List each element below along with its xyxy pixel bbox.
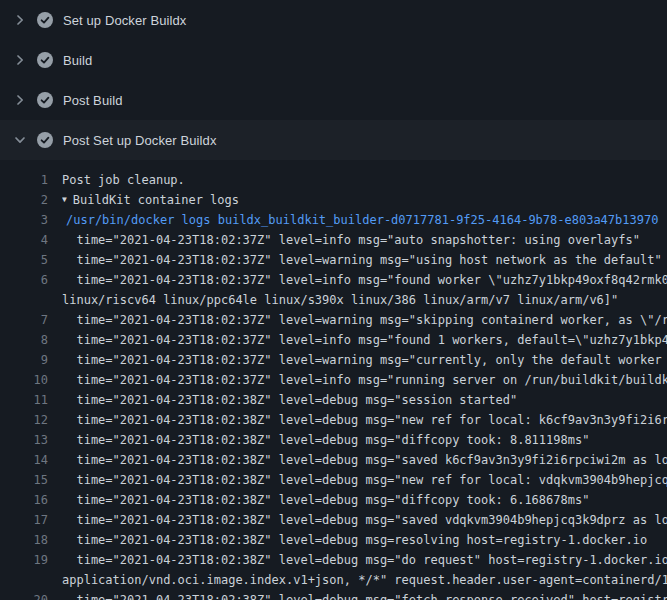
chevron-right-icon bbox=[13, 53, 27, 67]
log-text: time="2021-04-23T18:02:38Z" level=debug … bbox=[62, 553, 667, 567]
log-line: 19 time="2021-04-23T18:02:38Z" level=deb… bbox=[0, 550, 667, 570]
log-text: time="2021-04-23T18:02:38Z" level=debug … bbox=[62, 453, 667, 467]
log-line: 18 time="2021-04-23T18:02:38Z" level=deb… bbox=[0, 530, 667, 550]
log-text: time="2021-04-23T18:02:37Z" level=warnin… bbox=[62, 313, 667, 327]
line-number-link[interactable]: 7 bbox=[0, 310, 48, 330]
log-line: 10 time="2021-04-23T18:02:37Z" level=inf… bbox=[0, 370, 667, 390]
log-text: time="2021-04-23T18:02:37Z" level=info m… bbox=[62, 233, 640, 247]
line-number-link[interactable]: 16 bbox=[0, 490, 48, 510]
log-line: 8 time="2021-04-23T18:02:37Z" level=info… bbox=[0, 330, 667, 350]
chevron-right-icon bbox=[13, 93, 27, 107]
line-number-link[interactable] bbox=[0, 570, 48, 590]
log-line: 4 time="2021-04-23T18:02:37Z" level=info… bbox=[0, 230, 667, 250]
log-text: time="2021-04-23T18:02:38Z" level=debug … bbox=[62, 593, 667, 600]
line-number-link[interactable]: 13 bbox=[0, 430, 48, 450]
success-check-icon bbox=[37, 12, 53, 28]
log-group-header-build[interactable]: Build bbox=[0, 40, 667, 80]
log-group-header-set-up-docker-buildx[interactable]: Set up Docker Buildx bbox=[0, 0, 667, 40]
line-number-link[interactable]: 15 bbox=[0, 470, 48, 490]
log-line: 13 time="2021-04-23T18:02:38Z" level=deb… bbox=[0, 430, 667, 450]
log-line-text: time="2021-04-23T18:02:38Z" level=debug … bbox=[62, 510, 667, 530]
log-line-text: time="2021-04-23T18:02:37Z" level=warnin… bbox=[62, 250, 667, 270]
log-line-text: time="2021-04-23T18:02:38Z" level=debug … bbox=[62, 550, 667, 570]
line-number-link[interactable]: 20 bbox=[0, 590, 48, 600]
log-text: time="2021-04-23T18:02:38Z" level=debug … bbox=[62, 513, 667, 527]
log-text: time="2021-04-23T18:02:37Z" level=info m… bbox=[62, 273, 667, 287]
line-number-link[interactable]: 12 bbox=[0, 410, 48, 430]
log-line: 5 time="2021-04-23T18:02:37Z" level=warn… bbox=[0, 250, 667, 270]
line-number-link[interactable]: 6 bbox=[0, 270, 48, 290]
chevron-right-icon bbox=[13, 13, 27, 27]
log-line: 15 time="2021-04-23T18:02:38Z" level=deb… bbox=[0, 470, 667, 490]
log-line: 11 time="2021-04-23T18:02:38Z" level=deb… bbox=[0, 390, 667, 410]
log-line: 16 time="2021-04-23T18:02:38Z" level=deb… bbox=[0, 490, 667, 510]
line-number-link[interactable]: 17 bbox=[0, 510, 48, 530]
log-line: 6 time="2021-04-23T18:02:37Z" level=info… bbox=[0, 270, 667, 290]
line-number-link[interactable]: 1 bbox=[0, 170, 48, 190]
log-group-header-post-build[interactable]: Post Build bbox=[0, 80, 667, 120]
line-number-link[interactable]: 8 bbox=[0, 330, 48, 350]
log-line-text: time="2021-04-23T18:02:38Z" level=debug … bbox=[62, 410, 667, 430]
log-line-text: time="2021-04-23T18:02:38Z" level=debug … bbox=[62, 430, 667, 450]
line-number-link[interactable]: 4 bbox=[0, 230, 48, 250]
log-text: time="2021-04-23T18:02:38Z" level=debug … bbox=[62, 393, 517, 407]
log-line-text: time="2021-04-23T18:02:37Z" level=info m… bbox=[62, 230, 667, 250]
log-line-text: /usr/bin/docker logs buildx_buildkit_bui… bbox=[62, 210, 667, 230]
log-line-text[interactable]: ▼BuildKit container logs bbox=[62, 190, 667, 210]
chevron-down-icon bbox=[13, 133, 27, 147]
line-number-link[interactable]: 5 bbox=[0, 250, 48, 270]
log-line: 20 time="2021-04-23T18:02:38Z" level=deb… bbox=[0, 590, 667, 600]
log-text: time="2021-04-23T18:02:38Z" level=debug … bbox=[62, 533, 647, 547]
log-output: 1 Post job cleanup. 2 ▼BuildKit containe… bbox=[0, 160, 667, 600]
line-number-link[interactable]: 11 bbox=[0, 390, 48, 410]
log-line-text: time="2021-04-23T18:02:38Z" level=debug … bbox=[62, 490, 667, 510]
log-line-text: time="2021-04-23T18:02:37Z" level=info m… bbox=[62, 370, 667, 390]
log-text: time="2021-04-23T18:02:38Z" level=debug … bbox=[62, 413, 667, 427]
log-line-text: time="2021-04-23T18:02:38Z" level=debug … bbox=[62, 590, 667, 600]
log-group-label: Post Set up Docker Buildx bbox=[63, 133, 217, 148]
log-line: 9 time="2021-04-23T18:02:37Z" level=warn… bbox=[0, 350, 667, 370]
log-group-label: Post Build bbox=[63, 93, 123, 108]
line-number-link[interactable]: 14 bbox=[0, 450, 48, 470]
log-group-header-post-set-up-docker-buildx[interactable]: Post Set up Docker Buildx bbox=[0, 120, 667, 160]
log-text: time="2021-04-23T18:02:37Z" level=warnin… bbox=[62, 353, 667, 367]
log-group-label: Set up Docker Buildx bbox=[63, 13, 186, 28]
log-text: BuildKit container logs bbox=[73, 193, 239, 207]
log-line: 12 time="2021-04-23T18:02:38Z" level=deb… bbox=[0, 410, 667, 430]
log-text: Post job cleanup. bbox=[62, 173, 185, 187]
log-text: time="2021-04-23T18:02:38Z" level=debug … bbox=[62, 473, 667, 487]
log-text: linux/riscv64 linux/ppc64le linux/s390x … bbox=[62, 293, 618, 307]
log-group-label: Build bbox=[63, 53, 92, 68]
log-line-text: Post job cleanup. bbox=[62, 170, 667, 190]
step-group-list: Set up Docker Buildx Build P bbox=[0, 0, 667, 160]
log-line: 14 time="2021-04-23T18:02:38Z" level=deb… bbox=[0, 450, 667, 470]
log-text: time="2021-04-23T18:02:37Z" level=info m… bbox=[62, 333, 667, 347]
log-line-text: time="2021-04-23T18:02:38Z" level=debug … bbox=[62, 530, 667, 550]
log-line-text: time="2021-04-23T18:02:37Z" level=warnin… bbox=[62, 350, 667, 370]
success-check-icon bbox=[37, 52, 53, 68]
success-check-icon bbox=[37, 92, 53, 108]
log-text: time="2021-04-23T18:02:38Z" level=debug … bbox=[62, 493, 589, 507]
line-number-link[interactable]: 19 bbox=[0, 550, 48, 570]
log-line-text: time="2021-04-23T18:02:38Z" level=debug … bbox=[62, 470, 667, 490]
line-number-link[interactable]: 2 bbox=[0, 190, 48, 210]
line-number-link[interactable] bbox=[0, 290, 48, 310]
log-line: 7 time="2021-04-23T18:02:37Z" level=warn… bbox=[0, 310, 667, 330]
log-line-text: time="2021-04-23T18:02:38Z" level=debug … bbox=[62, 450, 667, 470]
log-line: 3 /usr/bin/docker logs buildx_buildkit_b… bbox=[0, 210, 667, 230]
log-text: time="2021-04-23T18:02:37Z" level=info m… bbox=[62, 373, 667, 387]
log-line-text: time="2021-04-23T18:02:37Z" level=warnin… bbox=[62, 310, 667, 330]
line-number-link[interactable]: 3 bbox=[0, 210, 48, 230]
log-line-text: time="2021-04-23T18:02:38Z" level=debug … bbox=[62, 390, 667, 410]
log-line-text: application/vnd.oci.image.index.v1+json,… bbox=[62, 570, 667, 590]
log-line-text: time="2021-04-23T18:02:37Z" level=info m… bbox=[62, 330, 667, 350]
log-text: application/vnd.oci.image.index.v1+json,… bbox=[62, 573, 667, 587]
line-number-link[interactable]: 10 bbox=[0, 370, 48, 390]
log-line: 17 time="2021-04-23T18:02:38Z" level=deb… bbox=[0, 510, 667, 530]
group-toggle-triangle-icon[interactable]: ▼ bbox=[62, 190, 67, 210]
line-number-link[interactable]: 9 bbox=[0, 350, 48, 370]
workflow-log-viewer: Set up Docker Buildx Build P bbox=[0, 0, 667, 600]
log-line: application/vnd.oci.image.index.v1+json,… bbox=[0, 570, 667, 590]
line-number-link[interactable]: 18 bbox=[0, 530, 48, 550]
success-check-icon bbox=[37, 132, 53, 148]
